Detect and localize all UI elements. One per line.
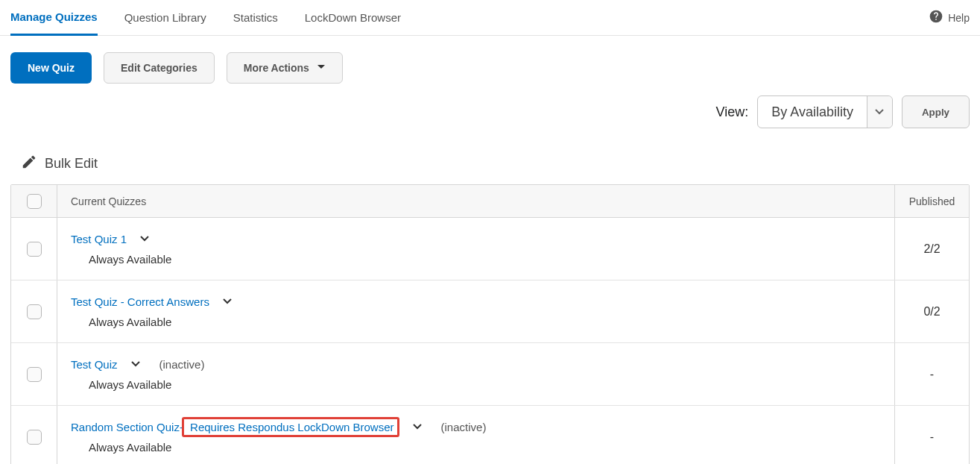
edit-categories-button[interactable]: Edit Categories: [104, 52, 215, 84]
chevron-down-icon: [867, 96, 892, 128]
quizzes-table: Current Quizzes Published Test Quiz 1Alw…: [10, 184, 970, 464]
row-menu-button[interactable]: [131, 358, 140, 371]
published-cell: 0/2: [894, 280, 969, 342]
row-check-cell: [11, 406, 57, 464]
quiz-link[interactable]: Test Quiz - Correct Answers: [71, 295, 209, 308]
bulk-edit-link[interactable]: Bulk Edit: [0, 133, 980, 184]
table-row: Random Section Quiz- Requires Respondus …: [11, 406, 969, 464]
quiz-link[interactable]: Test Quiz: [71, 358, 118, 371]
row-checkbox[interactable]: [27, 367, 42, 382]
view-label: View:: [716, 104, 749, 120]
highlight-annotation: Requires Respondus LockDown Browser: [182, 417, 399, 437]
quiz-title: Random Section Quiz-: [71, 421, 183, 433]
help-link[interactable]: Help: [929, 9, 970, 26]
quiz-title: Test Quiz - Correct Answers: [71, 295, 209, 308]
availability-label: Always Available: [71, 378, 881, 391]
tab-statistics[interactable]: Statistics: [233, 0, 278, 36]
row-title-line: Random Section Quiz- Requires Respondus …: [71, 421, 881, 433]
availability-label: Always Available: [71, 253, 881, 266]
published-cell: 2/2: [894, 218, 969, 280]
inactive-label: (inactive): [159, 358, 205, 371]
row-menu-button[interactable]: [140, 233, 149, 245]
row-check-cell: [11, 218, 57, 280]
row-menu-button[interactable]: [223, 295, 232, 308]
row-title-line: Test Quiz(inactive): [71, 358, 881, 371]
view-select-value: By Availability: [758, 104, 867, 120]
table-row: Test Quiz 1Always Available2/2: [11, 218, 969, 280]
quiz-suffix: Requires Respondus LockDown Browser: [187, 421, 394, 433]
table-row: Test Quiz - Correct AnswersAlways Availa…: [11, 280, 969, 343]
view-filter-row: View: By Availability Apply: [0, 84, 980, 133]
published-cell: -: [894, 406, 969, 464]
tab-manage-quizzes[interactable]: Manage Quizzes: [10, 0, 98, 36]
row-checkbox[interactable]: [27, 304, 42, 319]
toolbar: New Quiz Edit Categories More Actions: [0, 36, 980, 84]
more-actions-label: More Actions: [244, 62, 309, 74]
row-main-cell: Test Quiz - Correct AnswersAlways Availa…: [57, 280, 894, 342]
select-all-cell: [11, 185, 57, 217]
tab-bar: Manage Quizzes Question Library Statisti…: [0, 0, 980, 36]
view-select[interactable]: By Availability: [757, 95, 893, 128]
more-actions-button[interactable]: More Actions: [227, 52, 343, 84]
row-main-cell: Random Section Quiz- Requires Respondus …: [57, 406, 894, 464]
table-header: Current Quizzes Published: [11, 185, 969, 218]
quiz-title: Test Quiz: [71, 358, 118, 371]
bulk-edit-label: Bulk Edit: [45, 156, 98, 172]
availability-label: Always Available: [71, 441, 881, 454]
row-check-cell: [11, 343, 57, 405]
row-checkbox[interactable]: [27, 430, 42, 445]
new-quiz-button[interactable]: New Quiz: [10, 52, 92, 84]
help-label: Help: [948, 12, 970, 24]
inactive-label: (inactive): [441, 421, 487, 433]
row-menu-button[interactable]: [413, 421, 422, 433]
chevron-down-icon: [317, 62, 326, 74]
column-header-published: Published: [894, 185, 969, 217]
pencil-icon: [21, 154, 37, 174]
quiz-link[interactable]: Random Section Quiz- Requires Respondus …: [71, 421, 399, 433]
row-main-cell: Test Quiz 1Always Available: [57, 218, 894, 280]
quiz-title: Test Quiz 1: [71, 233, 127, 245]
table-row: Test Quiz(inactive)Always Available-: [11, 343, 969, 406]
select-all-checkbox[interactable]: [27, 194, 42, 209]
row-main-cell: Test Quiz(inactive)Always Available: [57, 343, 894, 405]
help-icon: [929, 9, 943, 26]
row-checkbox[interactable]: [27, 242, 42, 257]
availability-label: Always Available: [71, 316, 881, 328]
row-title-line: Test Quiz 1: [71, 233, 881, 245]
tab-lockdown-browser[interactable]: LockDown Browser: [305, 0, 401, 36]
column-header-name: Current Quizzes: [57, 195, 894, 207]
quiz-link[interactable]: Test Quiz 1: [71, 233, 127, 245]
row-title-line: Test Quiz - Correct Answers: [71, 295, 881, 308]
tab-question-library[interactable]: Question Library: [124, 0, 206, 36]
row-check-cell: [11, 280, 57, 342]
apply-button[interactable]: Apply: [902, 95, 970, 128]
published-cell: -: [894, 343, 969, 405]
